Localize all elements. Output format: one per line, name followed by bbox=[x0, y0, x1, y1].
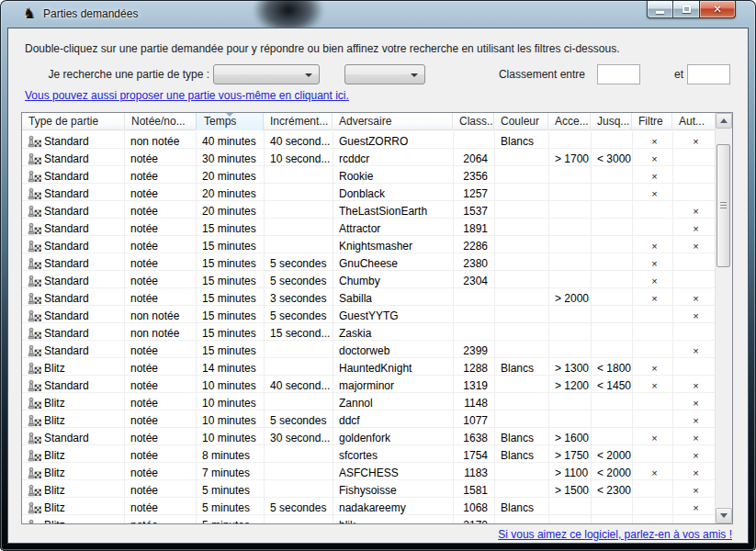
cell-rating: 2064 bbox=[454, 149, 495, 166]
cell-filter-mark bbox=[633, 498, 673, 515]
chess-pawn-board-icon bbox=[28, 327, 41, 340]
column-header-time[interactable]: Temps bbox=[196, 113, 264, 130]
window-controls: ✕ bbox=[647, 1, 736, 18]
game-row[interactable]: Standard non notée 15 minutes 5 secondes… bbox=[22, 306, 715, 323]
cell-increment: 40 second... bbox=[265, 376, 333, 393]
game-row[interactable]: Standard notée 30 minutes 10 second... r… bbox=[22, 149, 715, 166]
cell-increment bbox=[265, 201, 333, 219]
tell-your-friends-link[interactable]: Si vous aimez ce logiciel, parlez-en à v… bbox=[498, 528, 732, 541]
game-row[interactable]: Blitz notée 8 minutes sfcortes 1754 Blan… bbox=[22, 445, 715, 463]
cell-auto-mark: × bbox=[673, 306, 715, 323]
cell-opponent: TheLastSionEarth bbox=[333, 201, 454, 219]
cell-color bbox=[495, 219, 549, 236]
game-row[interactable]: Standard non notée 15 minutes 15 second.… bbox=[22, 323, 715, 341]
propose-game-link[interactable]: Vous pouvez aussi proposer une partie vo… bbox=[25, 89, 349, 102]
game-row[interactable]: Standard notée 20 minutes Rookie 2356 × bbox=[22, 166, 715, 184]
cell-rating-max bbox=[592, 323, 633, 341]
cell-increment: 5 secondes bbox=[265, 498, 333, 515]
cell-rating: 2304 bbox=[454, 271, 495, 288]
game-type-select[interactable] bbox=[213, 64, 320, 84]
game-row[interactable]: Blitz notée 5 minutes 5 secondes nadakar… bbox=[22, 498, 715, 515]
cell-rating-min bbox=[549, 219, 592, 236]
game-row[interactable]: Standard notée 20 minutes Donblack 1257 … bbox=[22, 184, 715, 201]
column-header-color[interactable]: Couleur bbox=[494, 113, 548, 130]
cell-rating-min: > 1700 bbox=[549, 149, 592, 166]
cell-rated: non notée bbox=[125, 306, 197, 323]
cell-rating-min bbox=[549, 306, 592, 323]
cell-rated: notée bbox=[125, 341, 197, 358]
game-row[interactable]: Standard notée 15 minutes 5 secondes Gnu… bbox=[22, 253, 715, 271]
game-row[interactable]: Standard notée 15 minutes 5 secondes Chu… bbox=[22, 271, 715, 288]
column-header-rating[interactable]: Class... bbox=[453, 113, 494, 130]
cell-auto-mark: × bbox=[673, 393, 715, 410]
cell-rated: notée bbox=[125, 271, 197, 288]
parties-demandees-window: ♞ Parties demandées ✕ Double-cliquez sur… bbox=[0, 0, 756, 551]
cell-rating-min: > 1300 bbox=[549, 358, 592, 376]
column-header-increment[interactable]: Incrément... bbox=[264, 113, 333, 130]
game-row[interactable]: Blitz notée 5 minutes Fishysoisse 1581 >… bbox=[22, 480, 715, 498]
game-row[interactable]: Standard notée 15 minutes Attractor 1891… bbox=[22, 219, 715, 236]
cell-time: 15 minutes bbox=[197, 306, 265, 323]
column-header-filter[interactable]: Filtre bbox=[632, 113, 672, 130]
game-row[interactable]: Blitz notée 10 minutes Zannol 1148 × bbox=[22, 393, 715, 410]
cell-time: 15 minutes bbox=[197, 271, 265, 288]
game-row[interactable]: Standard notée 15 minutes 3 secondes Sab… bbox=[22, 288, 715, 306]
cell-increment bbox=[265, 445, 333, 463]
cell-color: Blancs bbox=[495, 358, 549, 376]
cell-rating-max bbox=[592, 253, 633, 271]
cell-rating-min bbox=[549, 253, 592, 271]
cell-time: 30 minutes bbox=[197, 149, 265, 166]
scrollbar-track[interactable] bbox=[716, 129, 732, 508]
game-row[interactable]: Standard notée 10 minutes 40 second... m… bbox=[22, 376, 715, 393]
scrollbar-thumb[interactable] bbox=[717, 144, 730, 267]
chess-pawn-board-icon bbox=[28, 484, 41, 497]
cell-color bbox=[495, 463, 549, 480]
cell-time: 14 minutes bbox=[197, 358, 265, 376]
column-header-auto[interactable]: Aut... bbox=[672, 113, 714, 130]
game-row[interactable]: Standard non notée 40 minutes 40 second.… bbox=[22, 131, 715, 149]
scroll-down-button[interactable] bbox=[716, 508, 732, 523]
game-row[interactable]: Blitz notée 14 minutes HauntedKnight 128… bbox=[22, 358, 715, 376]
column-header-type[interactable]: Type de partie bbox=[22, 113, 125, 130]
game-row[interactable]: Standard notée 15 minutes doctorweb 2399… bbox=[22, 341, 715, 358]
game-row[interactable]: Standard notée 10 minutes 30 second... g… bbox=[22, 428, 715, 445]
rating-min-input[interactable] bbox=[597, 64, 640, 84]
cell-opponent: Knightsmasher bbox=[333, 236, 454, 253]
cell-opponent: doctorweb bbox=[333, 341, 454, 358]
close-button[interactable]: ✕ bbox=[699, 1, 736, 18]
cell-filter-mark: × bbox=[633, 358, 673, 376]
column-header-accept-min[interactable]: Acce... bbox=[548, 113, 591, 130]
cell-rated: non notée bbox=[125, 323, 197, 341]
cell-color bbox=[495, 201, 549, 219]
game-row[interactable]: Standard notée 20 minutes TheLastSionEar… bbox=[22, 201, 715, 219]
column-header-accept-max[interactable]: Jusq... bbox=[591, 113, 632, 130]
cell-increment bbox=[265, 515, 333, 523]
maximize-button[interactable] bbox=[673, 1, 699, 18]
cell-rated: notée bbox=[125, 288, 197, 306]
game-row[interactable]: Blitz notée 7 minutes ASFCHESS 1183 > 11… bbox=[22, 463, 715, 480]
cell-rating-max bbox=[592, 166, 633, 184]
cell-increment: 5 secondes bbox=[265, 253, 333, 271]
cell-rating-max bbox=[592, 498, 633, 515]
cell-rating-max bbox=[592, 393, 633, 410]
minimize-button[interactable] bbox=[647, 1, 673, 18]
cell-opponent: ASFCHESS bbox=[333, 463, 454, 480]
cell-game-type: Standard bbox=[44, 187, 89, 200]
cell-increment bbox=[265, 166, 333, 184]
scroll-up-button[interactable] bbox=[716, 113, 732, 129]
vertical-scrollbar[interactable] bbox=[715, 113, 732, 523]
game-subtype-select[interactable] bbox=[344, 64, 425, 84]
game-row[interactable]: Blitz notée 5 minutes blik 2170 × bbox=[22, 515, 715, 523]
cell-auto-mark bbox=[673, 253, 715, 271]
chess-pawn-board-icon bbox=[28, 309, 41, 322]
title-bar[interactable]: ♞ Parties demandées ✕ bbox=[0, 0, 756, 28]
rating-max-input[interactable] bbox=[687, 64, 730, 84]
game-row[interactable]: Blitz notée 10 minutes 5 secondes ddcf 1… bbox=[22, 410, 715, 428]
cell-time: 20 minutes bbox=[197, 166, 265, 184]
cell-rating bbox=[454, 323, 495, 341]
cell-game-type: Blitz bbox=[44, 501, 65, 514]
cell-filter-mark bbox=[633, 480, 673, 498]
game-row[interactable]: Standard notée 15 minutes Knightsmasher … bbox=[22, 236, 715, 253]
column-header-opponent[interactable]: Adversaire bbox=[333, 113, 453, 130]
column-header-rated[interactable]: Notée/no... bbox=[125, 113, 197, 130]
